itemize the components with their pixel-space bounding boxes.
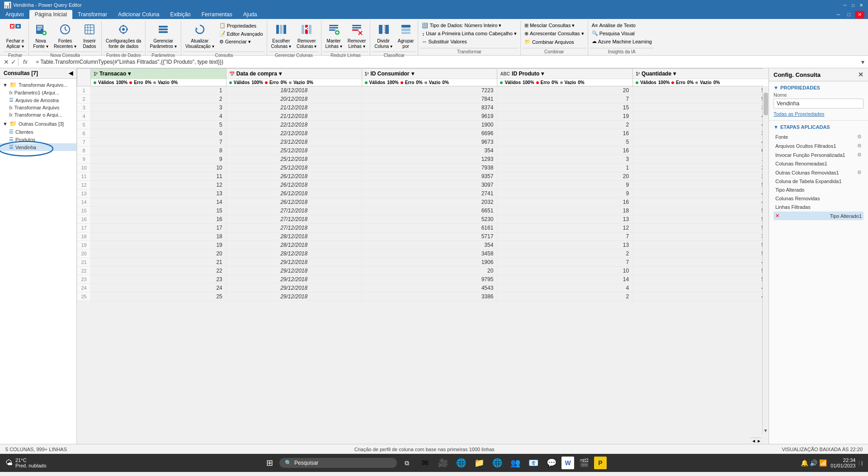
step-invocar-funcao[interactable]: Invocar Função Personalizada1 ⚙ — [774, 151, 863, 159]
queries-collapse-icon[interactable]: ◀ — [69, 70, 73, 76]
step-tipo-alterado[interactable]: Tipo Alterado — [774, 186, 863, 194]
fontes-recentes-button[interactable]: FontesRecentes ▾ — [52, 22, 79, 51]
taskbar-app-powerbi[interactable]: P — [594, 457, 607, 469]
step-linhas-filtradas[interactable]: Linhas Filtradas — [774, 203, 863, 211]
formula-cancel-icon[interactable]: ✕ — [4, 58, 9, 66]
taskbar-app-explorer[interactable]: 📁 — [471, 455, 487, 471]
taskbar-app-whatsapp[interactable]: 💬 — [543, 455, 560, 471]
editor-avancado-button[interactable]: 📝 Editor Avançado — [217, 30, 265, 38]
query-item-arquivo-amostra[interactable]: ☰ Arquivo de Amostra — [0, 96, 76, 104]
menu-pagina-inicial[interactable]: Página Inicial — [29, 10, 72, 19]
remover-linhas-button[interactable]: RemoverLinhas ▾ — [345, 22, 368, 51]
tipo-dados-button[interactable]: 🔢 Tipo de Dados: Número Inteiro ▾ — [420, 22, 519, 29]
step-tipo-alterado1[interactable]: ✕ Tipo Alterado1 — [774, 212, 863, 220]
atualizar-visualizacao-button[interactable]: AtualizarVisualização ▾ — [183, 22, 217, 51]
dividir-coluna-button[interactable]: DividirColuna ▾ — [372, 22, 394, 51]
query-item-produtos[interactable]: ☰ Produtos — [0, 136, 76, 143]
menu-transformar[interactable]: Transformar — [72, 10, 113, 19]
scroll-left-btn[interactable]: ◄ — [751, 438, 756, 443]
substituir-valores-button[interactable]: ↔ Substituir Valores — [420, 38, 519, 45]
search-bar[interactable]: 🔍 Pesquisar — [279, 458, 397, 468]
taskbar-app-teams[interactable]: 👥 — [507, 455, 524, 471]
window-close-icon[interactable]: ✕ — [855, 11, 864, 19]
windows-start-button[interactable]: ⊞ — [261, 455, 278, 471]
step-colunas-removidas[interactable]: Colunas Removidas — [774, 194, 863, 203]
formula-dropdown-icon[interactable]: ▾ — [861, 58, 864, 66]
scroll-right-btn[interactable]: ► — [757, 438, 761, 443]
window-minimize-icon[interactable]: ─ — [834, 11, 843, 18]
formula-input[interactable]: = Table.TransformColumnTypes(#"Linhas Fi… — [34, 58, 858, 66]
menu-adicionar-coluna[interactable]: Adicionar Coluna — [113, 10, 165, 19]
step-coluna-tabela[interactable]: Coluna de Tabela Expandida1 — [774, 177, 863, 185]
horizontal-scrollbar[interactable]: ◄ ► — [750, 438, 762, 444]
azure-ml-button[interactable]: ☁ Azure Machine Learning — [590, 38, 654, 45]
remover-colunas-button[interactable]: RemoverColunas ▾ — [294, 22, 319, 51]
query-name-input[interactable]: Vendinha — [774, 99, 863, 108]
minimize-button[interactable]: ─ — [842, 2, 848, 8]
clock[interactable]: 22:34 01/01/2023 — [830, 457, 855, 468]
acrescentar-consultas-button[interactable]: ⊕ Acrescentar Consultas ▾ — [523, 30, 586, 38]
agrupar-por-button[interactable]: Agruparpor — [396, 22, 416, 51]
col-header-quantidade[interactable]: 1² Quantidade ▾ Válidos 100% Erro 0% — [633, 69, 769, 86]
primeira-linha-button[interactable]: ↕ Usar a Primeira Linha como Cabeçalho ▾ — [420, 30, 519, 38]
show-desktop-btn[interactable]: | — [859, 461, 863, 466]
query-item-transformar-arquivo[interactable]: fx Transformar Arquivo — [0, 104, 76, 111]
menu-ajuda[interactable]: Ajuda — [238, 10, 263, 19]
query-item-clientes[interactable]: ☰ Clientes — [0, 128, 76, 136]
query-item-vendinha[interactable]: ☰ Vendinha — [0, 143, 76, 151]
manter-linhas-button[interactable]: ManterLinhas ▾ — [323, 22, 344, 51]
task-view-btn[interactable]: ⧉ — [399, 455, 415, 471]
step-fonte[interactable]: Fonte ⚙ — [774, 132, 863, 141]
step-outras-gear[interactable]: ⚙ — [857, 170, 862, 175]
menu-arquivo[interactable]: Arquivo — [0, 10, 29, 19]
combinar-arquivos-button[interactable]: 📁 Combinar Arquivos — [523, 38, 586, 46]
col-header-transacao[interactable]: 1² Transacao ▾ Válidos 100% Erro 0% — [91, 69, 226, 86]
taskbar-app-mail[interactable]: ✉ — [417, 455, 433, 471]
id-produto-dropdown-icon[interactable]: ▾ — [541, 71, 544, 77]
transacao-dropdown-icon[interactable]: ▾ — [128, 71, 131, 77]
query-item-parametro1[interactable]: fx Parâmetro1 (Arqui... — [0, 89, 76, 96]
window-restore-icon[interactable]: □ — [844, 11, 853, 18]
taskbar-app-outlook[interactable]: 📧 — [525, 455, 542, 471]
all-properties-link[interactable]: Todas as Propriedades — [774, 111, 863, 117]
scroll-thumb[interactable] — [764, 93, 768, 115]
maximize-button[interactable]: □ — [850, 2, 856, 8]
step-arquivos-gear[interactable]: ⚙ — [857, 143, 862, 149]
config-fonte-dados-button[interactable]: Configurações dafonte de dados — [104, 22, 143, 51]
taskbar-app-netflix[interactable]: 🎬 — [576, 455, 592, 471]
step-outras-colunas[interactable]: Outras Colunas Removidas1 ⚙ — [774, 168, 863, 177]
mesclar-consultas-button[interactable]: ⊞ Mesclar Consultas ▾ — [523, 22, 586, 29]
col-header-id-consumidor[interactable]: 1² ID Consumidor ▾ Válidos 100% Erro 0% — [362, 69, 497, 86]
analise-texto-button[interactable]: A≡ Análise de Texto — [590, 22, 654, 29]
query-group-outras-header[interactable]: ▼ 📁 Outras Consultas [3] — [0, 119, 76, 128]
vertical-scrollbar[interactable]: ▲ ▼ — [762, 68, 769, 434]
right-panel-close-btn[interactable]: ✕ — [858, 71, 863, 78]
step-arquivos-ocultos[interactable]: Arquivos Ocultos Filtrados1 ⚙ — [774, 141, 863, 150]
fechar-aplicar-button[interactable]: Fechar eAplicar ▾ — [4, 22, 26, 51]
step-invocar-gear[interactable]: ⚙ — [857, 152, 862, 158]
inserir-dados-button[interactable]: InserirDados — [80, 22, 99, 51]
step-tipo-alterado1-x[interactable]: ✕ — [775, 213, 779, 219]
query-item-transformar-arqui[interactable]: fx Transformar o Arqui... — [0, 111, 76, 118]
pesquisa-visual-button[interactable]: 🔍 Pesquisa Visual — [590, 29, 654, 37]
col-header-data-compra[interactable]: 📅 Data de compra ▾ Válidos 100% Erro 0% — [226, 69, 362, 86]
quantidade-dropdown-icon[interactable]: ▾ — [673, 71, 676, 77]
id-consumidor-dropdown-icon[interactable]: ▾ — [411, 71, 414, 77]
data-grid-container[interactable]: 1² Transacao ▾ Válidos 100% Erro 0% — [77, 68, 769, 444]
taskbar-app-edge2[interactable]: 🌐 — [489, 455, 505, 471]
gerenciar-parametros-button[interactable]: GerenciarParâmetros ▾ — [147, 22, 179, 51]
scroll-down-btn[interactable]: ▼ — [763, 427, 769, 434]
step-fonte-gear[interactable]: ⚙ — [857, 134, 862, 140]
query-group-transformar-header[interactable]: ▼ 📁 Transformar Arquivo... — [0, 80, 76, 89]
menu-ferramentas[interactable]: Ferramentas — [196, 10, 238, 19]
formula-confirm-icon[interactable]: ✓ — [11, 58, 16, 66]
step-colunas-renomeadas[interactable]: Colunas Renomeadas1 — [774, 160, 863, 168]
menu-exibicao[interactable]: Exibição — [165, 10, 196, 19]
taskbar-app-teams-video[interactable]: 🎥 — [435, 455, 451, 471]
taskbar-app-edge[interactable]: 🌐 — [453, 455, 469, 471]
col-header-id-produto[interactable]: ABC ID Produto ▾ Válidos 100% Erro 0% — [497, 69, 633, 86]
close-button[interactable]: ✕ — [858, 2, 864, 8]
taskbar-app-word[interactable]: W — [561, 457, 574, 469]
data-compra-dropdown-icon[interactable]: ▾ — [279, 71, 282, 77]
propriedades-button[interactable]: 📋 Propriedades — [217, 22, 265, 29]
